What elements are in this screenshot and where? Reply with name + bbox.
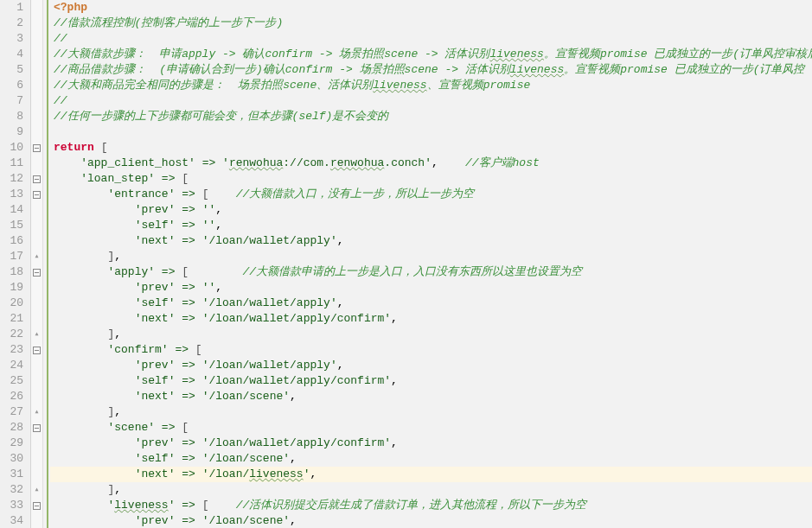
fold-collapse-icon[interactable] (31, 498, 42, 513)
fold-end-icon[interactable]: ▴ (31, 404, 42, 420)
fold-collapse-icon[interactable] (31, 171, 42, 187)
code-line[interactable]: 'next' => '/loan/wallet/apply', (50, 233, 812, 249)
code-line[interactable]: 'prev' => '/loan/wallet/apply', (50, 358, 812, 373)
code-line[interactable]: //商品借款步骤： (申请确认合到一步)确认confirm -> 场景拍照sce… (50, 62, 812, 78)
line-number: 10 (0, 140, 23, 156)
fold-end-icon[interactable]: ▴ (31, 327, 42, 342)
code-line[interactable]: 'liveness' => [ //活体识别提交后就生成了借款订单，进入其他流程… (50, 498, 812, 513)
code-line[interactable]: 'scene' => [ (50, 420, 812, 436)
code-line[interactable]: return [ (50, 140, 812, 156)
line-number: 14 (0, 202, 23, 218)
code-area[interactable]: <?php//借款流程控制(控制客户端的上一步下一步)////大额借款步骤： 申… (48, 0, 812, 528)
line-number: 26 (0, 389, 23, 404)
code-line[interactable]: ], (50, 482, 812, 498)
line-number: 15 (0, 218, 23, 233)
fold-end-icon[interactable]: ▴ (31, 249, 42, 264)
line-number: 9 (0, 124, 23, 140)
code-line[interactable]: 'prev' => '', (50, 202, 812, 218)
line-number: 20 (0, 296, 23, 311)
line-number: 7 (0, 93, 23, 109)
fold-spacer (31, 296, 42, 311)
line-number: 5 (0, 62, 23, 78)
code-line[interactable]: 'entrance' => [ //大额借款入口，没有上一步，所以上一步为空 (50, 187, 812, 202)
fold-spacer (31, 47, 42, 62)
code-line[interactable]: ], (50, 404, 812, 420)
line-number: 22 (0, 327, 23, 342)
code-line[interactable]: 'next' => '/loan/wallet/apply/confirm', (50, 311, 812, 327)
code-line[interactable]: ], (50, 327, 812, 342)
fold-spacer (31, 78, 42, 93)
code-line[interactable]: 'self' => '/loan/wallet/apply', (50, 296, 812, 311)
line-number: 24 (0, 358, 23, 373)
fold-spacer (31, 31, 42, 47)
code-line[interactable]: 'prev' => '/loan/scene', (50, 513, 812, 528)
code-line[interactable]: ], (50, 249, 812, 264)
fold-spacer (31, 218, 42, 233)
code-line[interactable]: // (50, 31, 812, 47)
code-editor: 1234567891011121314151617181920212223242… (0, 0, 812, 528)
fold-spacer (31, 233, 42, 249)
fold-spacer (31, 311, 42, 327)
fold-spacer (31, 109, 42, 124)
line-number: 27 (0, 404, 23, 420)
fold-spacer (31, 0, 42, 16)
code-line[interactable]: 'apply' => [ //大额借款申请的上一步是入口，入口没有东西所以这里也… (50, 264, 812, 280)
code-line[interactable]: //大额借款步骤： 申请apply -> 确认confirm -> 场景拍照sc… (50, 47, 812, 62)
line-number: 16 (0, 233, 23, 249)
code-line[interactable]: 'self' => '/loan/scene', (50, 451, 812, 467)
fold-spacer (31, 202, 42, 218)
fold-spacer (31, 156, 42, 171)
fold-spacer (31, 451, 42, 467)
fold-spacer (31, 373, 42, 389)
fold-spacer (31, 358, 42, 373)
code-line[interactable]: //借款流程控制(控制客户端的上一步下一步) (50, 16, 812, 31)
fold-spacer (31, 436, 42, 451)
line-number: 3 (0, 31, 23, 47)
line-number-gutter: 1234567891011121314151617181920212223242… (0, 0, 31, 528)
code-line[interactable]: <?php (50, 0, 812, 16)
line-number: 30 (0, 451, 23, 467)
code-line[interactable]: 'prev' => '', (50, 280, 812, 296)
code-line[interactable]: //任何一步骤的上下步骤都可能会变，但本步骤(self)是不会变的 (50, 109, 812, 124)
code-line[interactable]: 'self' => '/loan/wallet/apply/confirm', (50, 373, 812, 389)
line-number: 1 (0, 0, 23, 16)
fold-spacer (31, 124, 42, 140)
line-number: 31 (0, 467, 23, 482)
line-number: 2 (0, 16, 23, 31)
line-number: 19 (0, 280, 23, 296)
line-number: 8 (0, 109, 23, 124)
code-line[interactable]: 'app_client_host' => 'renwohua://com.ren… (50, 156, 812, 171)
fold-collapse-icon[interactable] (31, 342, 42, 358)
code-line[interactable]: 'self' => '', (50, 218, 812, 233)
line-number: 6 (0, 78, 23, 93)
code-line[interactable]: 'loan_step' => [ (50, 171, 812, 187)
fold-column: ▴▴▴▴ (31, 0, 43, 528)
code-line[interactable]: 'next' => '/loan/liveness', (50, 467, 812, 482)
fold-collapse-icon[interactable] (31, 140, 42, 156)
fold-collapse-icon[interactable] (31, 264, 42, 280)
line-number: 13 (0, 187, 23, 202)
line-number: 12 (0, 171, 23, 187)
line-number: 32 (0, 482, 23, 498)
fold-spacer (31, 467, 42, 482)
line-number: 29 (0, 436, 23, 451)
code-line[interactable]: 'prev' => '/loan/wallet/apply/confirm', (50, 436, 812, 451)
code-line[interactable] (50, 124, 812, 140)
fold-spacer (31, 280, 42, 296)
code-line[interactable]: // (50, 93, 812, 109)
fold-spacer (31, 16, 42, 31)
fold-spacer (31, 93, 42, 109)
line-number: 21 (0, 311, 23, 327)
line-number: 28 (0, 420, 23, 436)
line-number: 11 (0, 156, 23, 171)
line-number: 17 (0, 249, 23, 264)
line-number: 18 (0, 264, 23, 280)
code-line[interactable]: 'confirm' => [ (50, 342, 812, 358)
fold-spacer (31, 389, 42, 404)
code-line[interactable]: 'next' => '/loan/scene', (50, 389, 812, 404)
fold-collapse-icon[interactable] (31, 187, 42, 202)
fold-collapse-icon[interactable] (31, 420, 42, 436)
fold-end-icon[interactable]: ▴ (31, 482, 42, 498)
line-number: 23 (0, 342, 23, 358)
code-line[interactable]: //大额和商品完全相同的步骤是： 场景拍照scene、活体识别liveness、… (50, 78, 812, 93)
